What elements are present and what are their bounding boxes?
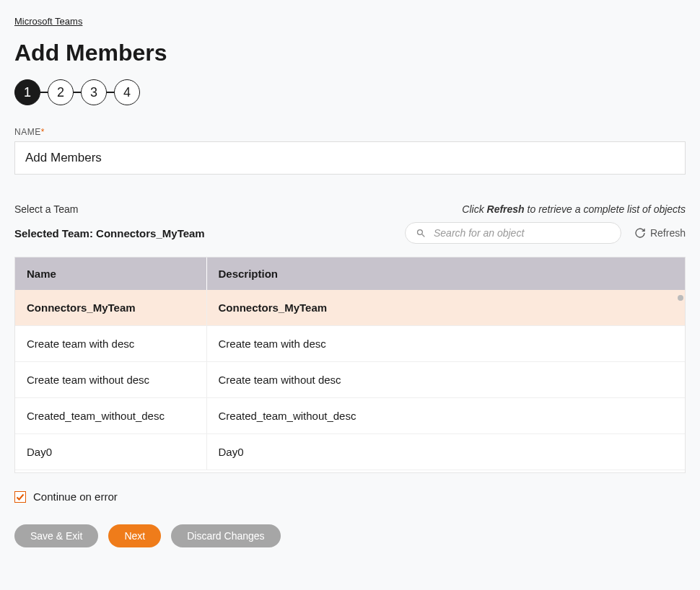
step-connector (74, 92, 81, 93)
search-input[interactable] (434, 227, 611, 239)
wizard-stepper: 1234 (14, 79, 686, 105)
teams-table: Name Description Connectors_MyTeamConnec… (15, 257, 685, 470)
table-row[interactable]: Connectors_MyTeamConnectors_MyTeam (15, 290, 685, 326)
teams-table-container[interactable]: Name Description Connectors_MyTeamConnec… (14, 257, 686, 473)
name-input[interactable] (14, 141, 686, 175)
cell-name: Create team without desc (15, 362, 206, 398)
cell-description: Create team without desc (206, 362, 685, 398)
scroll-indicator (678, 295, 683, 301)
select-team-label: Select a Team (14, 203, 78, 215)
breadcrumb-link[interactable]: Microsoft Teams (14, 16, 82, 27)
cell-description: Create team with desc (206, 326, 685, 362)
step-4[interactable]: 4 (114, 79, 140, 105)
cell-name: Connectors_MyTeam (15, 290, 206, 326)
refresh-button[interactable]: Refresh (634, 227, 686, 239)
step-1[interactable]: 1 (14, 79, 40, 105)
step-2[interactable]: 2 (48, 79, 74, 105)
column-header-description[interactable]: Description (206, 257, 685, 290)
step-3[interactable]: 3 (81, 79, 107, 105)
search-icon (416, 228, 426, 239)
cell-description: Created_team_without_desc (206, 398, 685, 434)
refresh-icon (634, 227, 646, 239)
cell-name: Created_team_without_desc (15, 398, 206, 434)
page-title: Add Members (14, 40, 686, 66)
refresh-label: Refresh (650, 227, 686, 239)
cell-name: Create team with desc (15, 326, 206, 362)
step-connector (40, 92, 48, 93)
step-connector (107, 92, 114, 93)
next-button[interactable]: Next (108, 524, 161, 547)
table-row[interactable]: Create team without descCreate team with… (15, 362, 685, 398)
cell-name: Day0 (15, 434, 206, 470)
table-row[interactable]: Created_team_without_descCreated_team_wi… (15, 398, 685, 434)
discard-changes-button[interactable]: Discard Changes (171, 524, 280, 547)
table-row[interactable]: Day0Day0 (15, 434, 685, 470)
refresh-hint: Click Refresh to retrieve a complete lis… (462, 203, 686, 215)
teams-table-body: Connectors_MyTeamConnectors_MyTeamCreate… (15, 290, 685, 470)
cell-description: Day0 (206, 434, 685, 470)
continue-on-error-checkbox[interactable] (14, 491, 26, 503)
column-header-name[interactable]: Name (15, 257, 206, 290)
search-box[interactable] (405, 222, 621, 244)
selected-team-label: Selected Team: Connectors_MyTeam (14, 227, 205, 239)
table-row[interactable]: Create team with descCreate team with de… (15, 326, 685, 362)
continue-on-error-label: Continue on error (33, 490, 118, 503)
cell-description: Connectors_MyTeam (206, 290, 685, 326)
name-field-label: NAME* (14, 127, 686, 137)
check-icon (16, 493, 25, 501)
table-header-row: Name Description (15, 257, 685, 290)
save-exit-button[interactable]: Save & Exit (14, 524, 98, 547)
required-asterisk: * (41, 127, 45, 137)
